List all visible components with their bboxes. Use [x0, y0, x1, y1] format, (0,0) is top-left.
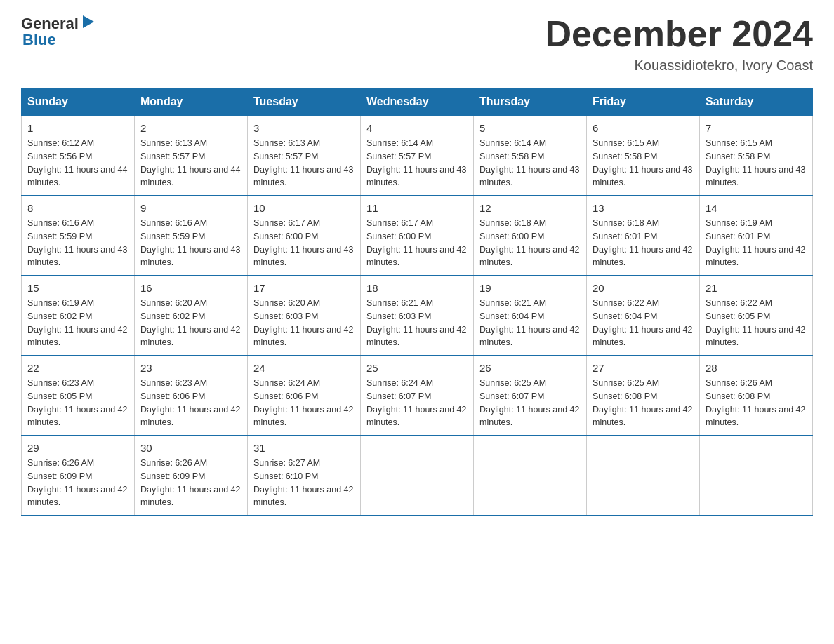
calendar-day-header: Sunday: [22, 88, 135, 116]
month-title: December 2024: [545, 14, 813, 54]
calendar-day-cell: 23Sunrise: 6:23 AMSunset: 6:06 PMDayligh…: [135, 356, 248, 436]
day-info: Sunrise: 6:26 AMSunset: 6:09 PMDaylight:…: [140, 457, 241, 509]
day-info: Sunrise: 6:24 AMSunset: 6:06 PMDaylight:…: [253, 377, 355, 429]
day-number: 25: [366, 362, 468, 374]
calendar-week-row: 29Sunrise: 6:26 AMSunset: 6:09 PMDayligh…: [22, 436, 813, 516]
day-info: Sunrise: 6:15 AMSunset: 5:58 PMDaylight:…: [706, 137, 807, 189]
calendar-day-cell: 17Sunrise: 6:20 AMSunset: 6:03 PMDayligh…: [248, 276, 361, 356]
calendar-day-cell: 8Sunrise: 6:16 AMSunset: 5:59 PMDaylight…: [22, 196, 135, 276]
page-header: General Blue December 2024 Kouassidiotek…: [21, 14, 813, 74]
calendar-table: SundayMondayTuesdayWednesdayThursdayFrid…: [21, 88, 813, 516]
day-number: 11: [366, 202, 468, 214]
calendar-week-row: 1Sunrise: 6:12 AMSunset: 5:56 PMDaylight…: [22, 116, 813, 196]
calendar-day-cell: 30Sunrise: 6:26 AMSunset: 6:09 PMDayligh…: [135, 436, 248, 516]
day-number: 12: [479, 202, 581, 214]
day-number: 21: [706, 282, 807, 294]
day-info: Sunrise: 6:12 AMSunset: 5:56 PMDaylight:…: [27, 137, 128, 189]
day-number: 17: [253, 282, 355, 294]
day-number: 7: [706, 122, 807, 134]
day-number: 18: [366, 282, 468, 294]
calendar-day-cell: 6Sunrise: 6:15 AMSunset: 5:58 PMDaylight…: [587, 116, 700, 196]
day-info: Sunrise: 6:22 AMSunset: 6:05 PMDaylight:…: [706, 297, 807, 349]
day-info: Sunrise: 6:18 AMSunset: 6:01 PMDaylight:…: [593, 217, 694, 269]
day-info: Sunrise: 6:20 AMSunset: 6:03 PMDaylight:…: [253, 297, 355, 349]
day-number: 28: [706, 362, 807, 374]
day-number: 27: [593, 362, 694, 374]
day-info: Sunrise: 6:21 AMSunset: 6:03 PMDaylight:…: [366, 297, 468, 349]
calendar-day-header: Monday: [135, 88, 248, 116]
day-number: 26: [479, 362, 581, 374]
day-info: Sunrise: 6:24 AMSunset: 6:07 PMDaylight:…: [366, 377, 468, 429]
day-number: 13: [593, 202, 694, 214]
day-number: 9: [140, 202, 241, 214]
day-number: 23: [140, 362, 241, 374]
day-number: 30: [140, 442, 241, 454]
calendar-week-row: 15Sunrise: 6:19 AMSunset: 6:02 PMDayligh…: [22, 276, 813, 356]
calendar-day-cell: [474, 436, 587, 516]
day-info: Sunrise: 6:15 AMSunset: 5:58 PMDaylight:…: [593, 137, 694, 189]
calendar-day-cell: 15Sunrise: 6:19 AMSunset: 6:02 PMDayligh…: [22, 276, 135, 356]
day-number: 31: [253, 442, 355, 454]
logo-arrow-icon: [80, 14, 95, 34]
calendar-day-cell: 27Sunrise: 6:25 AMSunset: 6:08 PMDayligh…: [587, 356, 700, 436]
calendar-day-cell: 26Sunrise: 6:25 AMSunset: 6:07 PMDayligh…: [474, 356, 587, 436]
calendar-day-cell: 3Sunrise: 6:13 AMSunset: 5:57 PMDaylight…: [248, 116, 361, 196]
calendar-body: 1Sunrise: 6:12 AMSunset: 5:56 PMDaylight…: [22, 116, 813, 516]
day-number: 20: [593, 282, 694, 294]
day-number: 4: [366, 122, 468, 134]
calendar-day-cell: 21Sunrise: 6:22 AMSunset: 6:05 PMDayligh…: [700, 276, 813, 356]
day-number: 8: [27, 202, 128, 214]
day-info: Sunrise: 6:23 AMSunset: 6:05 PMDaylight:…: [27, 377, 128, 429]
calendar-day-header: Thursday: [474, 88, 587, 116]
day-info: Sunrise: 6:16 AMSunset: 5:59 PMDaylight:…: [27, 217, 128, 269]
day-info: Sunrise: 6:26 AMSunset: 6:09 PMDaylight:…: [27, 457, 128, 509]
day-number: 14: [706, 202, 807, 214]
calendar-day-cell: 22Sunrise: 6:23 AMSunset: 6:05 PMDayligh…: [22, 356, 135, 436]
day-number: 10: [253, 202, 355, 214]
calendar-day-header: Saturday: [700, 88, 813, 116]
day-info: Sunrise: 6:13 AMSunset: 5:57 PMDaylight:…: [140, 137, 241, 189]
calendar-day-cell: 19Sunrise: 6:21 AMSunset: 6:04 PMDayligh…: [474, 276, 587, 356]
svg-marker-0: [83, 15, 94, 28]
calendar-day-cell: 31Sunrise: 6:27 AMSunset: 6:10 PMDayligh…: [248, 436, 361, 516]
calendar-day-cell: [361, 436, 474, 516]
day-info: Sunrise: 6:18 AMSunset: 6:00 PMDaylight:…: [479, 217, 581, 269]
calendar-day-cell: 10Sunrise: 6:17 AMSunset: 6:00 PMDayligh…: [248, 196, 361, 276]
calendar-week-row: 22Sunrise: 6:23 AMSunset: 6:05 PMDayligh…: [22, 356, 813, 436]
calendar-day-cell: [700, 436, 813, 516]
day-number: 15: [27, 282, 128, 294]
day-number: 29: [27, 442, 128, 454]
calendar-day-cell: 25Sunrise: 6:24 AMSunset: 6:07 PMDayligh…: [361, 356, 474, 436]
day-info: Sunrise: 6:13 AMSunset: 5:57 PMDaylight:…: [253, 137, 355, 189]
day-info: Sunrise: 6:22 AMSunset: 6:04 PMDaylight:…: [593, 297, 694, 349]
calendar-day-cell: 5Sunrise: 6:14 AMSunset: 5:58 PMDaylight…: [474, 116, 587, 196]
day-info: Sunrise: 6:16 AMSunset: 5:59 PMDaylight:…: [140, 217, 241, 269]
day-number: 19: [479, 282, 581, 294]
day-info: Sunrise: 6:17 AMSunset: 6:00 PMDaylight:…: [253, 217, 355, 269]
day-number: 24: [253, 362, 355, 374]
day-number: 3: [253, 122, 355, 134]
day-number: 1: [27, 122, 128, 134]
calendar-day-header: Friday: [587, 88, 700, 116]
day-number: 2: [140, 122, 241, 134]
calendar-day-cell: 28Sunrise: 6:26 AMSunset: 6:08 PMDayligh…: [700, 356, 813, 436]
day-info: Sunrise: 6:23 AMSunset: 6:06 PMDaylight:…: [140, 377, 241, 429]
calendar-day-cell: 12Sunrise: 6:18 AMSunset: 6:00 PMDayligh…: [474, 196, 587, 276]
calendar-day-cell: 7Sunrise: 6:15 AMSunset: 5:58 PMDaylight…: [700, 116, 813, 196]
day-number: 22: [27, 362, 128, 374]
calendar-day-cell: 4Sunrise: 6:14 AMSunset: 5:57 PMDaylight…: [361, 116, 474, 196]
calendar-day-cell: [587, 436, 700, 516]
calendar-day-cell: 16Sunrise: 6:20 AMSunset: 6:02 PMDayligh…: [135, 276, 248, 356]
calendar-week-row: 8Sunrise: 6:16 AMSunset: 5:59 PMDaylight…: [22, 196, 813, 276]
calendar-day-cell: 2Sunrise: 6:13 AMSunset: 5:57 PMDaylight…: [135, 116, 248, 196]
day-info: Sunrise: 6:14 AMSunset: 5:57 PMDaylight:…: [366, 137, 468, 189]
day-info: Sunrise: 6:26 AMSunset: 6:08 PMDaylight:…: [706, 377, 807, 429]
calendar-day-cell: 1Sunrise: 6:12 AMSunset: 5:56 PMDaylight…: [22, 116, 135, 196]
logo-triangle-icon: [80, 14, 95, 29]
calendar-day-header: Tuesday: [248, 88, 361, 116]
calendar-day-cell: 14Sunrise: 6:19 AMSunset: 6:01 PMDayligh…: [700, 196, 813, 276]
day-info: Sunrise: 6:14 AMSunset: 5:58 PMDaylight:…: [479, 137, 581, 189]
location-text: Kouassidiotekro, Ivory Coast: [545, 58, 813, 74]
calendar-header-row: SundayMondayTuesdayWednesdayThursdayFrid…: [22, 88, 813, 116]
calendar-day-cell: 11Sunrise: 6:17 AMSunset: 6:00 PMDayligh…: [361, 196, 474, 276]
